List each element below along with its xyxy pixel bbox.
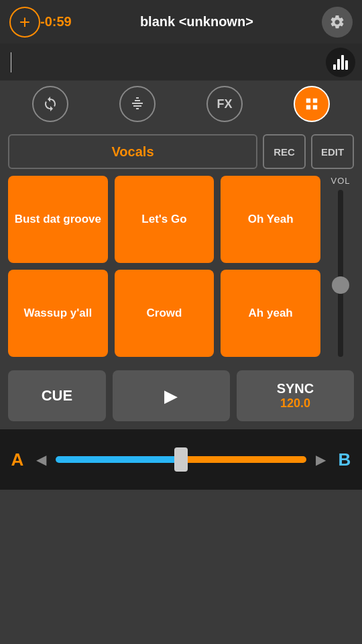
loop-icon <box>42 96 58 112</box>
header: + -0:59 blank <unknown> <box>0 0 362 44</box>
vocal-row: Vocals REC EDIT <box>0 127 362 176</box>
pads-grid: Bust dat groove Let's Go Oh Yeah Wassup … <box>8 176 320 357</box>
sync-bpm: 120.0 <box>280 396 310 411</box>
vocal-selector-button[interactable]: Vocals <box>8 134 257 169</box>
grid-button[interactable] <box>294 86 330 122</box>
controls-row: FX <box>0 80 362 127</box>
sync-label: SYNC <box>277 381 314 396</box>
pad-2[interactable]: Let's Go <box>115 176 215 263</box>
rec-button[interactable]: REC <box>263 134 306 169</box>
grid-icon <box>304 97 319 111</box>
bars-icon <box>333 55 348 70</box>
cf-thumb[interactable] <box>174 447 188 472</box>
pad-3[interactable]: Oh Yeah <box>221 176 320 263</box>
waveform-position-line <box>11 52 11 72</box>
settings-button[interactable] <box>322 7 353 38</box>
crossfader-arrow-right[interactable]: ▶ <box>313 451 328 468</box>
cue-label: CUE <box>42 387 72 405</box>
vol-thumb[interactable] <box>332 276 349 294</box>
vol-label: VOL <box>330 176 350 186</box>
volume-slider[interactable] <box>331 190 350 357</box>
edit-label: EDIT <box>321 146 344 158</box>
main-area: Bust dat groove Let's Go Oh Yeah Wassup … <box>0 176 362 357</box>
vol-track <box>338 190 343 357</box>
crossfader-label-b: B <box>335 449 354 470</box>
cf-right-fill <box>181 456 306 463</box>
pad-1[interactable]: Bust dat groove <box>8 176 108 263</box>
edit-button[interactable]: EDIT <box>311 134 354 169</box>
cf-track-fill <box>56 456 306 463</box>
pad-4[interactable]: Wassup y'all <box>8 270 108 357</box>
eq-icon <box>129 96 145 112</box>
play-button[interactable]: ▶ <box>113 370 230 421</box>
volume-section: VOL <box>327 176 354 357</box>
vocal-label: Vocals <box>112 144 154 160</box>
pad-6[interactable]: Ah yeah <box>221 270 320 357</box>
crossfader-track[interactable] <box>56 454 306 465</box>
rec-label: REC <box>274 146 295 158</box>
gear-icon <box>329 14 345 30</box>
sync-button[interactable]: SYNC 120.0 <box>237 370 354 421</box>
eq-button[interactable] <box>119 86 156 122</box>
waveform-view-button[interactable] <box>326 48 355 77</box>
loop-button[interactable] <box>32 86 68 122</box>
cf-left-fill <box>56 456 181 463</box>
waveform-bar <box>0 44 362 80</box>
transport: CUE ▶ SYNC 120.0 <box>0 362 362 429</box>
crossfader-label-a: A <box>8 449 27 470</box>
pad-5[interactable]: Crowd <box>115 270 215 357</box>
cue-button[interactable]: CUE <box>8 370 106 421</box>
timer-display: -0:59 <box>40 14 72 30</box>
track-title: blank <unknown> <box>72 14 322 30</box>
add-button[interactable]: + <box>9 7 40 38</box>
fx-button[interactable]: FX <box>206 86 243 122</box>
fx-label: FX <box>217 97 232 111</box>
plus-icon: + <box>19 13 30 32</box>
crossfader-bar: A ◀ ▶ B <box>0 429 362 490</box>
play-icon: ▶ <box>164 386 178 407</box>
crossfader-arrow-left[interactable]: ◀ <box>34 451 49 468</box>
